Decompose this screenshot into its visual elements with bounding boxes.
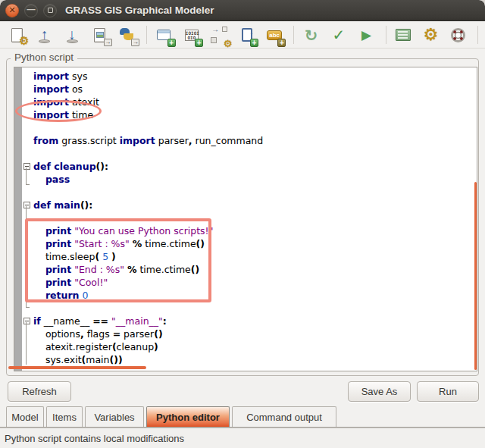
window-minimize-button[interactable]: — [24,4,38,17]
picture-icon [96,32,104,38]
text-lines-icon [398,34,408,36]
plus-icon: + [167,39,176,47]
refresh-button[interactable]: Refresh [8,381,71,402]
toolbar-separator [293,26,294,44]
code-line[interactable]: print "End : %s" % time.ctime() [22,263,477,276]
tab-model[interactable]: Model [6,406,44,427]
export-arrow-icon: → [104,39,112,46]
code-line[interactable]: options, flags = parser() [22,327,477,340]
base-icon [39,39,50,43]
plus-icon: + [277,39,286,47]
code-line[interactable]: import atexit [22,96,477,108]
manual-text-icon [396,29,411,41]
fold-guide [26,206,30,308]
code-line[interactable]: import time [22,108,477,121]
new-model-button[interactable]: ⚙ [7,25,27,45]
vertical-scrollbar[interactable] [474,182,477,370]
add-loop-button[interactable]: ↓ + [236,25,256,45]
fold-guide [26,322,30,365]
code-line[interactable] [22,121,477,134]
plus-icon: + [250,39,258,47]
python-script-editor[interactable]: import sysimport osimport atexitimport t… [14,67,477,371]
status-message: Python script contains local modificatio… [5,433,184,444]
add-comment-button[interactable]: abc + [264,25,284,45]
toolbar-separator [477,26,478,44]
open-model-button[interactable]: ↑ [34,25,54,45]
window-maximize-button[interactable] [43,4,57,17]
code-line[interactable]: atexit.register(cleanup) [22,340,477,353]
maximize-icon [48,8,53,13]
toolbar: ⚙ ↑ ↓ → → + IOIOI OIO + [0,22,485,49]
code-line[interactable]: from grass.script import parser, run_com… [22,134,477,147]
validate-model-button[interactable]: ✓ [329,25,349,45]
tab-variables[interactable]: Variables [85,406,144,427]
tab-command-output[interactable]: Command output [232,406,336,427]
statusbar: Python script contains local modificatio… [0,428,485,448]
show-manual-button[interactable] [393,25,413,45]
window-close-button[interactable]: ✕ [5,4,19,17]
box-icon [211,37,217,43]
code-line[interactable]: print "Start : %s" % time.ctime() [22,237,477,250]
code-line[interactable]: print "Cool!" [22,276,477,289]
model-properties-button[interactable]: ⚙ [421,25,440,45]
code-line[interactable]: sys.exit(main()) [22,353,477,366]
redraw-model-button[interactable]: ↻ [301,25,321,45]
base-icon [67,39,78,43]
code-lines: import sysimport osimport atexitimport t… [22,67,477,371]
code-line[interactable] [22,302,477,315]
code-line[interactable]: def main(): [22,199,477,211]
export-python-button[interactable]: → [117,25,137,45]
code-line[interactable]: return 0 [22,289,477,302]
code-line[interactable]: if __name__ == "__main__": [22,315,477,327]
groupbox-label: Python script [11,52,77,63]
code-line[interactable]: time.sleep( 5 ) [22,250,477,263]
checkmark-icon: ✓ [333,27,346,42]
tab-items[interactable]: Items [46,406,83,427]
save-model-button[interactable]: ↓ [62,25,82,45]
horizontal-scrollbar[interactable] [8,366,146,369]
grass-gis-modeler-window: ✕ — GRASS GIS Graphical Modeler ⚙ ↑ ↓ → … [0,0,485,448]
gear-icon: ⚙ [19,34,29,48]
close-icon: ✕ [8,6,15,14]
define-relation-button[interactable]: → ⚙ [209,25,229,45]
code-line[interactable] [22,211,477,224]
code-line[interactable]: pass [22,173,477,186]
code-line[interactable] [22,147,477,160]
toolbar-separator [146,26,147,44]
gear-icon: ⚙ [423,27,438,43]
notebook-tabbar: Model Items Variables Python editor Comm… [0,406,485,428]
code-line[interactable]: def cleanup(): [22,160,477,173]
run-button[interactable]: Run [417,381,479,402]
add-command-button[interactable]: + [154,25,174,45]
gear-icon: ⚙ [224,38,233,49]
run-model-button[interactable]: ▶ [356,25,376,45]
titlebar: ✕ — GRASS GIS Graphical Modeler [0,0,485,21]
export-arrow-icon: → [131,39,139,46]
help-button[interactable] [449,25,468,45]
life-ring-icon [449,27,467,44]
refresh-icon: ↻ [305,27,318,43]
minimize-icon: — [27,5,36,14]
play-icon: ▶ [361,29,371,42]
code-line[interactable]: import sys [22,70,477,83]
code-line[interactable] [22,186,477,199]
box-icon [222,27,227,32]
editor-margin [14,67,22,371]
code-line[interactable]: print "You can use Python scripts!" [22,224,477,237]
export-image-button[interactable]: → [89,25,109,45]
window-title: GRASS GIS Graphical Modeler [65,5,214,16]
relation-arrow-icon: → [211,25,219,33]
save-as-button[interactable]: Save As [348,381,411,402]
plus-icon: + [195,39,203,47]
toolbar-separator [386,26,386,44]
add-data-button[interactable]: IOIOI OIO + [182,25,202,45]
code-line[interactable]: import os [22,83,477,96]
fold-guide [26,168,30,185]
loop-arrow-icon: ↓ [249,27,254,36]
tab-python-editor[interactable]: Python editor [146,406,230,427]
